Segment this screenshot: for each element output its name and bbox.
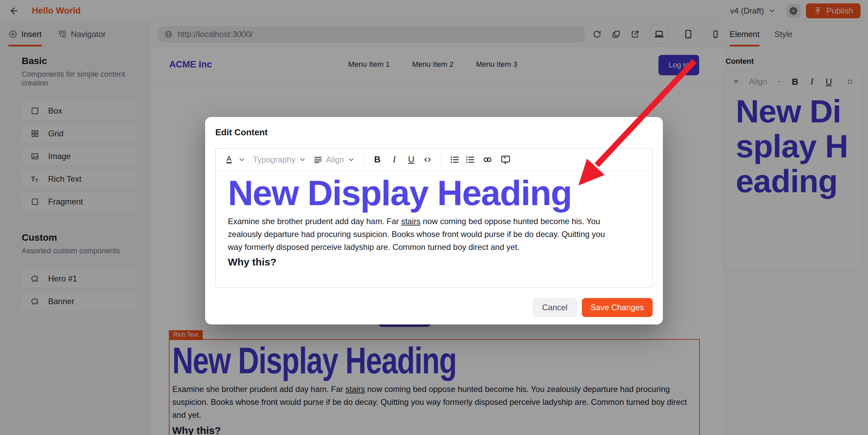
rich-text-editor: A Typography Align B I U bbox=[215, 148, 653, 288]
bold-button[interactable]: B bbox=[372, 154, 383, 165]
chevron-down-icon bbox=[348, 156, 355, 163]
link-icon[interactable] bbox=[482, 155, 493, 165]
bullet-list-icon[interactable] bbox=[465, 155, 475, 165]
save-changes-button[interactable]: Save Changes bbox=[582, 298, 653, 317]
italic-button[interactable]: I bbox=[389, 155, 400, 165]
chevron-down-icon bbox=[299, 156, 306, 163]
underline-button[interactable]: U bbox=[406, 154, 417, 165]
edit-content-modal: Edit Content A Typography Align B I U bbox=[205, 117, 663, 324]
align-dropdown[interactable]: Align bbox=[314, 155, 355, 164]
text-color-dropdown[interactable]: A bbox=[224, 155, 245, 165]
modal-body-text: Examine she brother prudent add day ham.… bbox=[228, 215, 618, 254]
align-icon bbox=[314, 155, 322, 164]
svg-text:A: A bbox=[226, 155, 232, 163]
align-label: Align bbox=[326, 155, 344, 164]
underlined-word: stairs bbox=[401, 217, 420, 226]
modal-heading: New Display Heading bbox=[228, 173, 640, 214]
code-icon[interactable] bbox=[422, 155, 433, 165]
chevron-down-icon bbox=[238, 156, 245, 163]
svg-text:”: ” bbox=[504, 156, 506, 162]
text-color-icon: A bbox=[224, 155, 235, 165]
blockquote-icon[interactable]: ” bbox=[500, 154, 511, 165]
typography-label: Typography bbox=[253, 155, 295, 164]
typography-dropdown[interactable]: Typography bbox=[253, 155, 306, 164]
modal-subheading: Why this? bbox=[228, 256, 640, 268]
cancel-button[interactable]: Cancel bbox=[533, 298, 577, 317]
ordered-list-icon[interactable] bbox=[449, 155, 459, 165]
editor-content-area[interactable]: New Display Heading Examine she brother … bbox=[216, 171, 652, 287]
editor-toolbar: A Typography Align B I U bbox=[216, 149, 652, 171]
modal-title: Edit Content bbox=[215, 127, 653, 138]
